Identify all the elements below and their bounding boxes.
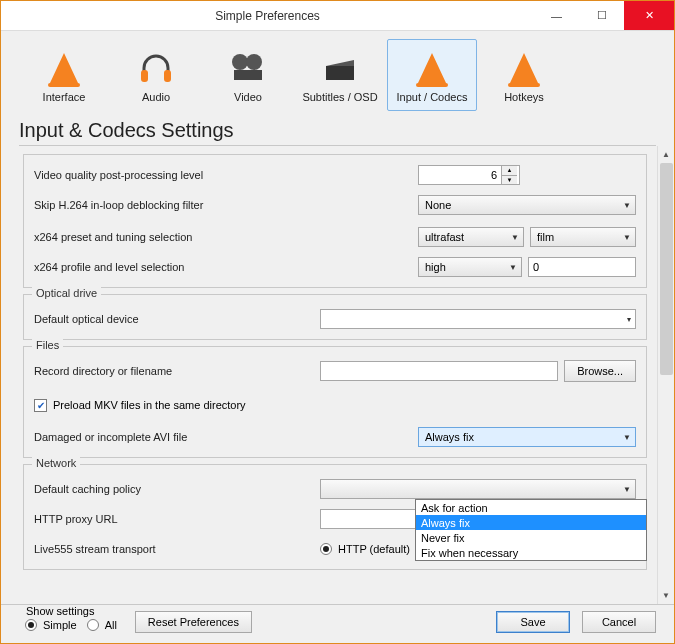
radio-label: Simple <box>43 619 77 631</box>
preload-checkbox[interactable]: ✔ Preload MKV files in the same director… <box>34 399 246 412</box>
clapper-icon <box>319 47 361 89</box>
optical-group: Optical drive Default optical device ▾ <box>23 294 647 340</box>
svg-rect-0 <box>141 70 148 82</box>
tab-hotkeys[interactable]: Hotkeys <box>479 39 569 111</box>
chevron-down-icon: ▼ <box>623 201 631 210</box>
avi-option[interactable]: Ask for action <box>416 500 646 515</box>
chevron-down-icon: ▼ <box>623 433 631 442</box>
avi-combo[interactable]: Always fix ▼ <box>418 427 636 447</box>
simple-radio[interactable]: Simple <box>25 619 77 631</box>
group-legend: Network <box>32 457 80 469</box>
tab-label: Audio <box>142 91 170 103</box>
radio-icon <box>25 619 37 631</box>
svg-rect-1 <box>164 70 171 82</box>
save-button[interactable]: Save <box>496 611 570 633</box>
show-settings-label: Show settings <box>23 605 97 617</box>
x264-profile-label: x264 profile and level selection <box>34 261 314 273</box>
avi-option[interactable]: Never fix <box>416 530 646 545</box>
proxy-label: HTTP proxy URL <box>34 513 314 525</box>
window-title: Simple Preferences <box>1 9 534 23</box>
codec-group: Video quality post-processing level ▲▼ S… <box>23 154 647 288</box>
x264-preset-label: x264 preset and tuning selection <box>34 231 314 243</box>
titlebar: Simple Preferences — ☐ ✕ <box>1 1 674 31</box>
combo-value: high <box>425 261 446 273</box>
svg-point-2 <box>232 54 248 70</box>
x264-tune-combo[interactable]: film ▼ <box>530 227 636 247</box>
cone-icon <box>503 47 545 89</box>
x264-profile-combo[interactable]: high ▼ <box>418 257 522 277</box>
cone-wrench-icon <box>411 47 453 89</box>
group-legend: Optical drive <box>32 287 101 299</box>
all-radio[interactable]: All <box>87 619 117 631</box>
combo-value: None <box>425 199 451 211</box>
quality-spinner[interactable]: ▲▼ <box>418 165 520 185</box>
chevron-down-icon: ▼ <box>623 485 631 494</box>
reset-button[interactable]: Reset Preferences <box>135 611 252 633</box>
tab-video[interactable]: Video <box>203 39 293 111</box>
record-label: Record directory or filename <box>34 365 314 377</box>
tab-label: Input / Codecs <box>397 91 468 103</box>
spinner-down-icon[interactable]: ▼ <box>502 175 517 185</box>
svg-rect-5 <box>326 66 354 80</box>
tab-subtitles[interactable]: Subtitles / OSD <box>295 39 385 111</box>
radio-icon <box>87 619 99 631</box>
cone-icon <box>43 47 85 89</box>
live555-label: Live555 stream transport <box>34 543 314 555</box>
cancel-button[interactable]: Cancel <box>582 611 656 633</box>
avi-option[interactable]: Fix when necessary <box>416 545 646 560</box>
files-group: Files Record directory or filename Brows… <box>23 346 647 458</box>
chevron-down-icon: ▼ <box>509 263 517 272</box>
window: Simple Preferences — ☐ ✕ Interface Audio… <box>0 0 675 644</box>
x264-level-input[interactable] <box>528 257 636 277</box>
browse-button[interactable]: Browse... <box>564 360 636 382</box>
film-icon <box>227 47 269 89</box>
avi-dropdown-list: Ask for action Always fix Never fix Fix … <box>415 499 647 561</box>
checkbox-icon: ✔ <box>34 399 47 412</box>
vertical-scrollbar[interactable]: ▲ ▼ <box>657 146 674 604</box>
checkbox-label: Preload MKV files in the same directory <box>53 399 246 411</box>
avi-option[interactable]: Always fix <box>416 515 646 530</box>
close-button[interactable]: ✕ <box>624 1 674 30</box>
page-title: Input & Codecs Settings <box>1 115 674 142</box>
maximize-button[interactable]: ☐ <box>579 1 624 30</box>
svg-marker-6 <box>326 60 354 66</box>
spinner-up-icon[interactable]: ▲ <box>502 166 517 175</box>
record-input[interactable] <box>320 361 558 381</box>
radio-icon <box>320 543 332 555</box>
scroll-up-icon[interactable]: ▲ <box>658 146 675 163</box>
titlebar-buttons: — ☐ ✕ <box>534 1 674 30</box>
scroll-down-icon[interactable]: ▼ <box>658 587 675 604</box>
quality-input[interactable] <box>419 166 501 184</box>
scroll-track[interactable] <box>658 163 675 587</box>
svg-point-3 <box>246 54 262 70</box>
skip-combo[interactable]: None ▼ <box>418 195 636 215</box>
optical-device-combo[interactable]: ▾ <box>320 309 636 329</box>
tab-label: Hotkeys <box>504 91 544 103</box>
scroll-thumb[interactable] <box>660 163 673 375</box>
skip-label: Skip H.264 in-loop deblocking filter <box>34 199 314 211</box>
chevron-down-icon: ▾ <box>627 315 631 324</box>
headphones-icon <box>135 47 177 89</box>
show-settings-group: Show settings Simple All <box>19 613 123 633</box>
combo-value: Always fix <box>425 431 474 443</box>
tab-interface[interactable]: Interface <box>19 39 109 111</box>
combo-value: ultrafast <box>425 231 464 243</box>
tab-label: Video <box>234 91 262 103</box>
chevron-down-icon: ▼ <box>623 233 631 242</box>
category-toolbar: Interface Audio Video Subtitles / OSD In… <box>1 31 674 115</box>
tab-label: Interface <box>43 91 86 103</box>
tab-audio[interactable]: Audio <box>111 39 201 111</box>
optical-device-label: Default optical device <box>34 313 314 325</box>
tab-label: Subtitles / OSD <box>302 91 377 103</box>
tab-input-codecs[interactable]: Input / Codecs <box>387 39 477 111</box>
svg-rect-4 <box>234 70 262 80</box>
quality-label: Video quality post-processing level <box>34 169 314 181</box>
avi-label: Damaged or incomplete AVI file <box>34 431 314 443</box>
chevron-down-icon: ▼ <box>511 233 519 242</box>
minimize-button[interactable]: — <box>534 1 579 30</box>
caching-label: Default caching policy <box>34 483 314 495</box>
x264-preset-combo[interactable]: ultrafast ▼ <box>418 227 524 247</box>
caching-combo[interactable]: ▼ <box>320 479 636 499</box>
radio-label: HTTP (default) <box>338 543 410 555</box>
footer: Show settings Simple All Reset Preferenc… <box>1 604 674 643</box>
